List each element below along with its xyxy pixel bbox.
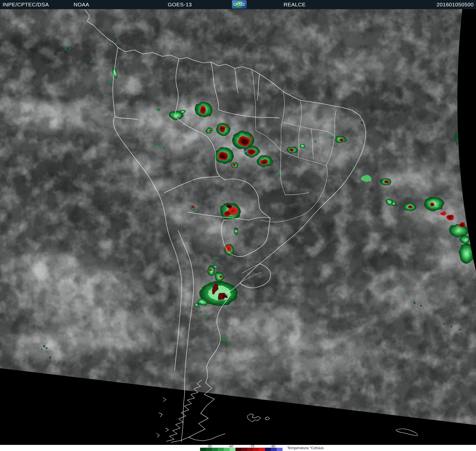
header-bar: INPE/CPTEC/DSA NOAA GOES-13 CPTEC REALCE… — [0, 0, 476, 9]
timestamp-label: 201601050500 — [437, 2, 474, 8]
satellite-map — [0, 0, 476, 451]
temperature-scale-bar — [200, 448, 283, 451]
scale-segment — [230, 448, 235, 451]
screenshot-root: INPE/CPTEC/DSA NOAA GOES-13 CPTEC REALCE… — [0, 0, 476, 451]
scale-segment — [235, 448, 241, 451]
satellite-label: GOES-13 — [168, 2, 192, 8]
scale-segment — [218, 448, 223, 451]
product-label: REALCE — [284, 2, 306, 8]
scale-segment — [265, 448, 271, 451]
scale-title: Temperatura °Celsius — [287, 446, 324, 450]
agency-label: INPE/CPTEC/DSA — [3, 2, 49, 8]
scale-segment — [206, 448, 212, 451]
scale-segment — [224, 448, 230, 451]
cptec-logo: CPTEC — [232, 0, 247, 9]
scale-segment — [277, 448, 283, 451]
scale-segment — [200, 448, 206, 451]
scale-segment — [247, 448, 253, 451]
scale-segment — [212, 448, 218, 451]
operator-label: NOAA — [74, 2, 89, 8]
logo-text: CPTEC — [232, 2, 247, 6]
scale-segment — [253, 448, 259, 451]
scale-segment — [241, 448, 247, 451]
scale-segment — [259, 448, 265, 451]
scale-segment — [271, 448, 277, 451]
